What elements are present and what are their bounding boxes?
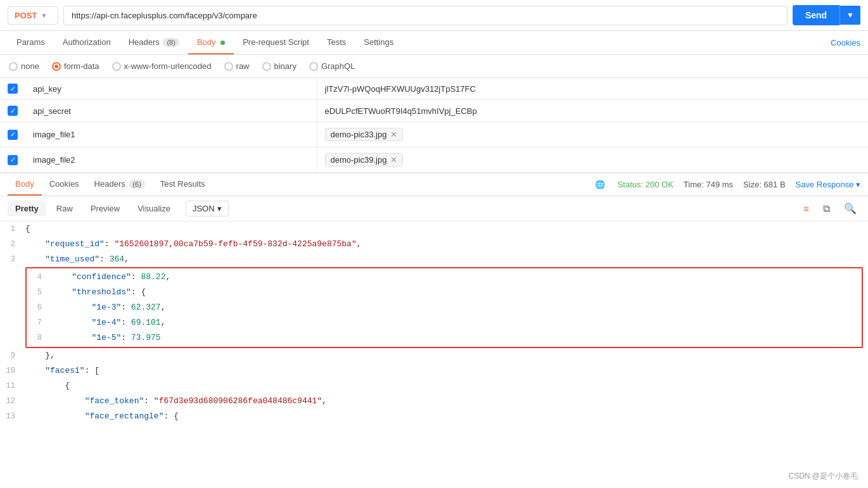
field-value-cell: demo-pic33.jpg ✕ <box>317 122 868 147</box>
params-table: api_key jlTzV7l-pWQoqHFXWUUgv312jTpS17FC… <box>0 78 868 173</box>
line-number: 9 <box>0 349 25 363</box>
table-row: image_file2 demo-pic39.jpg ✕ <box>0 147 868 173</box>
save-response-button[interactable]: Save Response ▾ <box>796 180 860 189</box>
line-number: 1 <box>0 222 25 236</box>
method-select[interactable]: POST ▼ <box>8 6 58 25</box>
field-value-cell: demo-pic39.jpg ✕ <box>317 147 868 173</box>
format-chevron-icon: ▾ <box>217 204 222 213</box>
radio-form-data[interactable]: form-data <box>52 61 99 71</box>
line-number: 7 <box>27 316 52 330</box>
line-number: 12 <box>0 394 25 408</box>
table-row: api_secret eDULPcfETWuoRT9I4q51mvhIVpj_E… <box>0 100 868 122</box>
tab-settings[interactable]: Settings <box>355 31 402 54</box>
format-select-label: JSON <box>193 204 215 213</box>
line-number: 2 <box>0 237 25 251</box>
tab-authorization[interactable]: Authorization <box>54 31 120 54</box>
row-checkbox[interactable] <box>8 155 18 165</box>
field-name-cell: image_file1 <box>25 122 317 147</box>
line-number: 10 <box>0 364 25 378</box>
radio-binary[interactable]: binary <box>262 61 297 71</box>
radio-binary-circle <box>262 62 271 71</box>
radio-graphql-label: GraphQL <box>321 61 355 71</box>
url-bar: POST ▼ Send ▼ <box>0 0 868 31</box>
radio-urlencoded-circle <box>112 62 121 71</box>
fmt-tab-preview[interactable]: Preview <box>83 201 127 216</box>
checkbox-cell <box>0 122 25 147</box>
radio-none[interactable]: none <box>9 61 39 71</box>
radio-raw[interactable]: raw <box>224 61 250 71</box>
radio-graphql[interactable]: GraphQL <box>309 61 355 71</box>
format-select[interactable]: JSON ▾ <box>186 201 229 216</box>
radio-none-label: none <box>21 61 39 71</box>
body-active-dot <box>220 41 225 45</box>
json-line: 7 "1e-4": 69.101, <box>27 315 862 330</box>
send-button[interactable]: Send <box>793 5 839 25</box>
table-row: image_file1 demo-pic33.jpg ✕ <box>0 122 868 147</box>
tag-value: demo-pic33.jpg ✕ <box>325 128 404 141</box>
resp-tab-test-results[interactable]: Test Results <box>153 173 213 196</box>
checkbox-cell <box>0 78 25 100</box>
field-name-cell: image_file2 <box>25 147 317 173</box>
radio-urlencoded[interactable]: x-www-form-urlencoded <box>112 61 212 71</box>
line-content: "time_used": 364, <box>25 253 868 266</box>
resp-headers-badge: (6) <box>129 180 144 189</box>
radio-binary-label: binary <box>274 61 297 71</box>
tab-tests[interactable]: Tests <box>318 31 355 54</box>
line-content: "face_token": "f67d3e93d680906286fea0484… <box>25 394 868 408</box>
fmt-tab-raw[interactable]: Raw <box>49 201 80 216</box>
row-checkbox[interactable] <box>8 130 18 140</box>
radio-graphql-circle <box>309 62 318 71</box>
fmt-tab-visualize[interactable]: Visualize <box>130 201 178 216</box>
tab-pre-request[interactable]: Pre-request Script <box>234 31 318 54</box>
line-content: }, <box>25 349 868 363</box>
radio-urlencoded-label: x-www-form-urlencoded <box>124 61 212 71</box>
radio-raw-circle <box>224 62 233 71</box>
json-line: 11 { <box>0 379 868 394</box>
tag-remove-icon[interactable]: ✕ <box>390 130 397 139</box>
fmt-tab-pretty[interactable]: Pretty <box>8 201 46 216</box>
json-line: 1{ <box>0 222 868 237</box>
tab-body[interactable]: Body <box>188 31 234 54</box>
tab-params[interactable]: Params <box>8 31 54 54</box>
wrap-icon[interactable]: ≡ <box>800 201 813 216</box>
field-value-cell: jlTzV7l-pWQoqHFXWUUgv312jTpS17FC <box>317 78 868 100</box>
line-number: 4 <box>27 270 52 284</box>
line-number: 13 <box>0 410 25 423</box>
line-number: 3 <box>0 253 25 266</box>
line-number: 11 <box>0 379 25 393</box>
url-input[interactable] <box>63 6 788 25</box>
table-row: api_key jlTzV7l-pWQoqHFXWUUgv312jTpS17FC <box>0 78 868 100</box>
resp-tab-headers[interactable]: Headers (6) <box>87 173 153 196</box>
row-checkbox[interactable] <box>8 84 18 94</box>
highlight-box: 4 "confidence": 88.22,5 "thresholds": {6… <box>25 267 863 348</box>
headers-badge: (8) <box>163 38 179 47</box>
resp-tab-cookies[interactable]: Cookies <box>42 173 87 196</box>
json-line: 3 "time_used": 364, <box>0 252 868 267</box>
copy-icon[interactable]: ⧉ <box>819 201 834 216</box>
line-content: "thresholds": { <box>52 285 862 299</box>
status-area: 🌐 Status: 200 OK Time: 749 ms Size: 681 … <box>595 180 860 189</box>
method-label: POST <box>15 11 37 20</box>
chevron-down-icon: ▼ <box>41 12 47 19</box>
radio-form-data-label: form-data <box>64 61 99 71</box>
json-line: 5 "thresholds": { <box>27 285 862 300</box>
body-type-row: none form-data x-www-form-urlencoded raw… <box>0 55 868 78</box>
form-data-table: api_key jlTzV7l-pWQoqHFXWUUgv312jTpS17FC… <box>0 78 868 173</box>
tab-headers[interactable]: Headers (8) <box>120 31 188 54</box>
send-dropdown-button[interactable]: ▼ <box>839 6 860 25</box>
radio-none-circle <box>9 62 18 71</box>
json-viewer: 1{2 "request_id": "1652601897,00ca7b59-f… <box>0 222 868 424</box>
cookies-link[interactable]: Cookies <box>831 38 860 47</box>
json-line: 4 "confidence": 88.22, <box>27 270 862 285</box>
line-content: "1e-5": 73.975 <box>52 331 862 345</box>
globe-icon: 🌐 <box>595 180 605 189</box>
row-checkbox[interactable] <box>8 106 18 116</box>
tag-remove-icon[interactable]: ✕ <box>390 155 397 165</box>
field-name-cell: api_key <box>25 78 317 100</box>
json-line: 12 "face_token": "f67d3e93d680906286fea0… <box>0 394 868 409</box>
search-icon[interactable]: 🔍 <box>840 201 860 216</box>
checkbox-cell <box>0 100 25 122</box>
resp-tab-body[interactable]: Body <box>8 173 42 196</box>
field-value-cell: eDULPcfETWuoRT9I4q51mvhIVpj_ECBp <box>317 100 868 122</box>
json-line: 10 "faces1": [ <box>0 363 868 379</box>
